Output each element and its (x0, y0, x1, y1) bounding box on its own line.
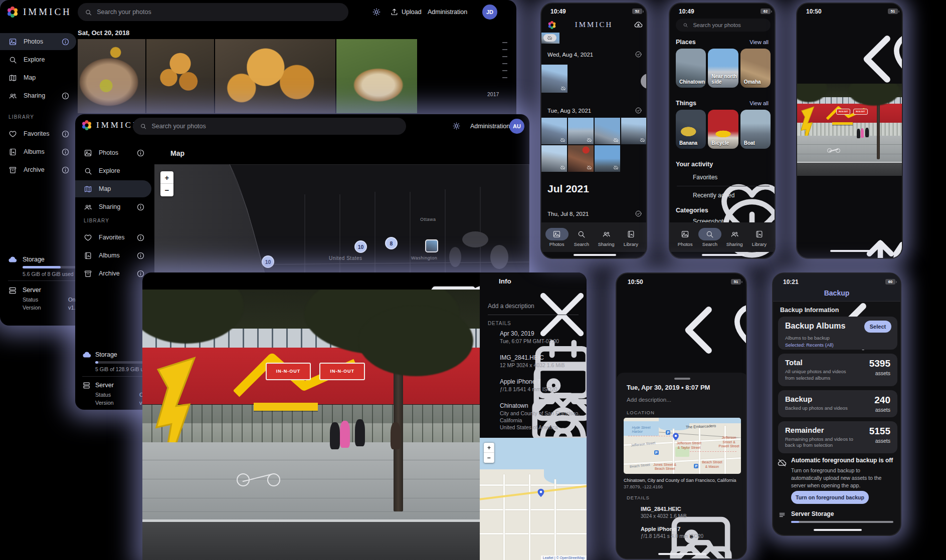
description-placeholder[interactable]: Add a description (488, 303, 534, 310)
search-input[interactable] (97, 9, 341, 16)
zoom-in-button[interactable]: + (160, 171, 173, 184)
nav-tab[interactable]: Search (569, 228, 594, 247)
info-icon[interactable] (733, 293, 741, 301)
select-group-icon[interactable] (635, 51, 642, 58)
nav-tab[interactable]: Sharing (594, 228, 619, 247)
nav-tab[interactable]: Sharing (722, 228, 747, 247)
description-placeholder[interactable]: Add description... (627, 397, 671, 403)
archive-icon[interactable] (379, 276, 388, 286)
info-icon[interactable] (61, 92, 70, 100)
timeline-scrubber[interactable] (502, 42, 507, 84)
photo-thumbnail[interactable] (621, 118, 647, 144)
sidebar-item[interactable]: Archive (75, 265, 151, 282)
favorite-icon[interactable] (849, 22, 857, 30)
sidebar-item[interactable]: Explore (0, 51, 76, 68)
favorite-icon[interactable] (690, 293, 698, 301)
select-group-icon[interactable] (635, 107, 642, 114)
upload-button[interactable]: Upload (402, 9, 422, 16)
info-icon[interactable] (892, 22, 900, 30)
info-icon[interactable] (136, 251, 145, 260)
close-icon[interactable] (487, 277, 495, 285)
info-icon[interactable] (136, 203, 145, 211)
sidebar-item[interactable]: Explore (75, 162, 151, 179)
search-input[interactable] (693, 22, 764, 28)
zoom-out-button[interactable]: − (484, 453, 494, 463)
nav-tab[interactable]: Search (697, 228, 722, 247)
map-cluster[interactable]: 10 (262, 255, 274, 268)
backup-cloud-user-icon[interactable] (634, 20, 643, 30)
select-albums-button[interactable]: Select (864, 321, 891, 333)
category-tile[interactable]: Boat (740, 110, 771, 149)
search-bar[interactable] (133, 118, 406, 135)
sidebar-item[interactable]: Sharing (75, 198, 151, 215)
search-bar[interactable] (676, 19, 771, 32)
category-tile[interactable]: Chinatown (676, 49, 706, 88)
turn-on-backup-button[interactable]: Turn on foreground backup (791, 491, 869, 504)
category-tile[interactable]: Banana (676, 110, 706, 149)
zoom-in-button[interactable]: + (484, 443, 494, 453)
photo-thumbnail[interactable] (78, 39, 145, 113)
administration-link[interactable]: Administration (470, 123, 510, 130)
avatar[interactable]: AU (509, 119, 524, 134)
photo-thumbnail[interactable] (541, 118, 567, 144)
sidebar-item[interactable]: Photos (75, 144, 151, 161)
sidebar-item[interactable]: Albums (75, 247, 151, 264)
theme-toggle-icon[interactable] (372, 8, 381, 17)
sidebar-item[interactable]: Albums (0, 143, 76, 160)
upload-icon[interactable] (390, 8, 399, 16)
select-group-icon[interactable] (635, 210, 642, 217)
sidebar-item[interactable]: Favorites (75, 229, 151, 246)
map-cluster[interactable]: 8 (385, 237, 398, 249)
theme-toggle-icon[interactable] (452, 122, 461, 130)
nav-tab[interactable]: Library (619, 228, 643, 247)
sidebar-item[interactable]: Photos (0, 33, 76, 50)
photo-in-n-out[interactable]: IN-N-OUT IN-N-OUT (797, 84, 903, 176)
photo-thumbnail[interactable] (215, 39, 335, 113)
back-icon[interactable] (804, 22, 813, 30)
info-icon[interactable] (136, 149, 145, 157)
administration-link[interactable]: Administration (428, 9, 467, 16)
things-view-all-link[interactable]: View all (749, 100, 769, 106)
photo-thumbnail[interactable] (568, 118, 594, 144)
location-name[interactable]: Chinatown (500, 402, 528, 409)
photo-thumbnail[interactable] (568, 145, 594, 172)
sidebar-item[interactable]: Archive (0, 161, 76, 178)
search-input[interactable] (151, 123, 399, 130)
cloud-upload-icon[interactable] (864, 22, 872, 30)
sidebar-item[interactable]: Map (75, 180, 151, 197)
sheet-drag-handle[interactable] (674, 378, 690, 380)
nav-tab[interactable]: Photos (673, 228, 697, 247)
photo-thumbnail[interactable] (541, 65, 567, 93)
delete-icon[interactable] (449, 276, 458, 286)
archive-icon[interactable] (846, 232, 855, 241)
back-icon[interactable] (626, 293, 634, 301)
category-tile[interactable]: Omaha (740, 49, 771, 88)
cloud-upload-icon[interactable] (705, 293, 713, 301)
map-photo-marker[interactable] (425, 239, 438, 252)
cloud-upload-icon[interactable] (396, 276, 405, 286)
photo-thumbnail[interactable] (146, 39, 214, 113)
add-icon[interactable] (878, 22, 886, 30)
mini-map[interactable]: + − Leaflet | © OpenStreetMap (480, 438, 587, 560)
sidebar-item[interactable]: Sharing (0, 87, 76, 104)
partial-thumbnail[interactable] (541, 33, 559, 44)
map-attribution[interactable]: Leaflet | © OpenStreetMap (541, 555, 587, 560)
info-icon[interactable] (61, 166, 70, 174)
avatar[interactable]: JD (482, 5, 497, 20)
delete-icon[interactable] (885, 232, 894, 241)
favorite-icon[interactable] (431, 276, 440, 286)
nav-tab[interactable]: Library (747, 228, 772, 247)
places-view-all-link[interactable]: View all (749, 39, 769, 45)
sidebar-item[interactable]: Map (0, 69, 76, 86)
sidebar-item[interactable]: Favorites (0, 125, 76, 142)
more-options-icon[interactable] (467, 276, 476, 286)
recently-added-row[interactable]: Recently added (693, 192, 734, 199)
location-map[interactable]: Hyde Street Harbor The Embarcadero Jeffe… (624, 418, 741, 474)
search-bar[interactable] (78, 3, 348, 21)
share-icon[interactable] (805, 232, 814, 241)
back-icon[interactable] (149, 276, 158, 286)
info-icon[interactable] (136, 233, 145, 242)
info-icon[interactable] (61, 38, 70, 46)
photo-thumbnail[interactable] (541, 145, 567, 172)
favorites-row[interactable]: Favorites (693, 174, 717, 181)
